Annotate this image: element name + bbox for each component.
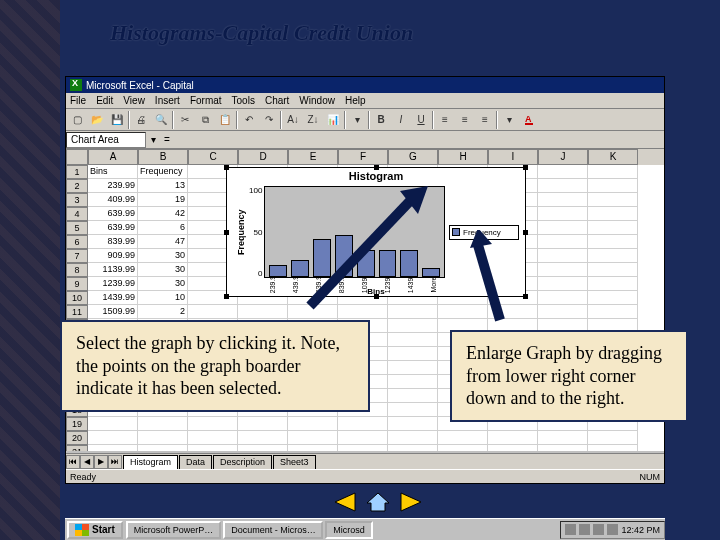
col-header[interactable]: F — [338, 149, 388, 165]
new-icon[interactable]: ▢ — [68, 111, 86, 129]
task-word[interactable]: Document - Micros… — [223, 521, 323, 539]
row-header[interactable]: 3 — [66, 193, 88, 207]
col-header[interactable]: J — [538, 149, 588, 165]
underline-button[interactable]: U — [412, 111, 430, 129]
cell[interactable] — [288, 417, 338, 431]
cell[interactable]: 1239.99 — [88, 277, 138, 291]
menu-edit[interactable]: Edit — [96, 95, 113, 106]
undo-icon[interactable]: ↶ — [240, 111, 258, 129]
cell[interactable]: 47 — [138, 235, 188, 249]
cell[interactable] — [538, 179, 588, 193]
cell[interactable] — [538, 165, 588, 179]
sheet-tab-sheet3[interactable]: Sheet3 — [273, 455, 316, 469]
tray-icon[interactable] — [607, 524, 618, 535]
cell[interactable] — [238, 445, 288, 451]
menu-insert[interactable]: Insert — [155, 95, 180, 106]
col-header[interactable]: E — [288, 149, 338, 165]
cell[interactable]: 1509.99 — [88, 305, 138, 319]
cell[interactable] — [238, 431, 288, 445]
cell[interactable] — [588, 179, 638, 193]
cell[interactable] — [338, 417, 388, 431]
cell[interactable] — [388, 417, 438, 431]
task-powerpoint[interactable]: Microsoft PowerP… — [126, 521, 222, 539]
resize-handle[interactable] — [374, 165, 379, 170]
cell[interactable] — [288, 431, 338, 445]
cell[interactable] — [288, 445, 338, 451]
cell[interactable] — [138, 445, 188, 451]
cell[interactable] — [388, 403, 438, 417]
row-header[interactable]: 6 — [66, 235, 88, 249]
cut-icon[interactable]: ✂ — [176, 111, 194, 129]
redo-icon[interactable]: ↷ — [260, 111, 278, 129]
menu-window[interactable]: Window — [299, 95, 335, 106]
row-header[interactable]: 11 — [66, 305, 88, 319]
resize-handle[interactable] — [523, 165, 528, 170]
tab-first-icon[interactable]: ⏮ — [66, 455, 80, 469]
tab-next-icon[interactable]: ▶ — [94, 455, 108, 469]
cell[interactable]: 2 — [138, 305, 188, 319]
cell[interactable]: 839.99 — [88, 235, 138, 249]
cell[interactable] — [588, 221, 638, 235]
cell[interactable] — [438, 431, 488, 445]
cell[interactable]: 639.99 — [88, 221, 138, 235]
row-header[interactable]: 20 — [66, 431, 88, 445]
tray-icon[interactable] — [579, 524, 590, 535]
dropdown-icon[interactable]: ▾ — [146, 134, 160, 145]
cell[interactable] — [188, 431, 238, 445]
col-header[interactable]: C — [188, 149, 238, 165]
cell[interactable] — [538, 249, 588, 263]
cell[interactable] — [538, 291, 588, 305]
cell[interactable] — [388, 431, 438, 445]
cell[interactable] — [188, 445, 238, 451]
chart-wizard-icon[interactable]: 📊 — [324, 111, 342, 129]
cell[interactable] — [438, 445, 488, 451]
italic-button[interactable]: I — [392, 111, 410, 129]
row-header[interactable]: 5 — [66, 221, 88, 235]
cell[interactable] — [388, 375, 438, 389]
cell[interactable] — [588, 445, 638, 451]
cell[interactable]: Frequency — [138, 165, 188, 179]
cell[interactable] — [538, 193, 588, 207]
sheet-tab-description[interactable]: Description — [213, 455, 272, 469]
cell[interactable]: 639.99 — [88, 207, 138, 221]
save-icon[interactable]: 💾 — [108, 111, 126, 129]
cell[interactable] — [388, 319, 438, 333]
col-header[interactable]: A — [88, 149, 138, 165]
sheet-tab-data[interactable]: Data — [179, 455, 212, 469]
cell[interactable] — [388, 389, 438, 403]
cell[interactable] — [588, 305, 638, 319]
col-header[interactable]: G — [388, 149, 438, 165]
sort-desc-icon[interactable]: Z↓ — [304, 111, 322, 129]
resize-handle[interactable] — [224, 165, 229, 170]
align-right-icon[interactable]: ≡ — [476, 111, 494, 129]
cell[interactable] — [138, 431, 188, 445]
col-header[interactable]: B — [138, 149, 188, 165]
row-header[interactable]: 8 — [66, 263, 88, 277]
open-icon[interactable]: 📂 — [88, 111, 106, 129]
menu-help[interactable]: Help — [345, 95, 366, 106]
menu-tools[interactable]: Tools — [232, 95, 255, 106]
cell[interactable]: 909.99 — [88, 249, 138, 263]
cell[interactable] — [88, 417, 138, 431]
cell[interactable] — [388, 347, 438, 361]
menu-file[interactable]: File — [70, 95, 86, 106]
next-slide-button[interactable] — [398, 490, 426, 514]
cell[interactable] — [88, 445, 138, 451]
cell[interactable]: Bins — [88, 165, 138, 179]
cell[interactable] — [538, 235, 588, 249]
cell[interactable] — [588, 263, 638, 277]
tray-icon[interactable] — [565, 524, 576, 535]
cell[interactable]: 1439.99 — [88, 291, 138, 305]
cell[interactable] — [238, 305, 288, 319]
cell[interactable] — [538, 445, 588, 451]
cell[interactable]: 30 — [138, 263, 188, 277]
cell[interactable] — [588, 207, 638, 221]
align-center-icon[interactable]: ≡ — [456, 111, 474, 129]
cell[interactable]: 239.99 — [88, 179, 138, 193]
cell[interactable] — [538, 221, 588, 235]
cell[interactable] — [338, 431, 388, 445]
cell[interactable]: 30 — [138, 249, 188, 263]
cell[interactable] — [88, 431, 138, 445]
resize-handle[interactable] — [224, 230, 229, 235]
print-icon[interactable]: 🖨 — [132, 111, 150, 129]
